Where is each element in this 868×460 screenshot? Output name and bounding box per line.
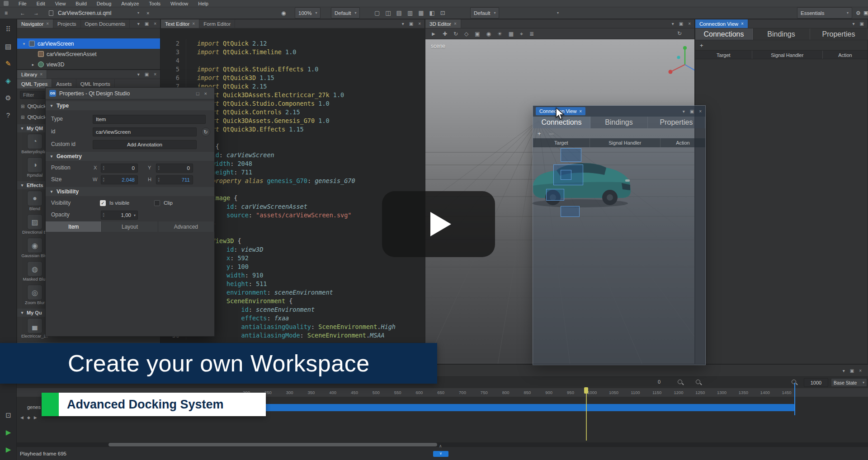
- close-icon[interactable]: ×: [579, 109, 582, 114]
- refresh-icon[interactable]: ↻: [677, 30, 682, 37]
- panel-float-icon[interactable]: ▣: [850, 368, 854, 373]
- navigator-item-carViewScreenAsset[interactable]: carViewScreenAsset: [17, 49, 160, 59]
- style-combo[interactable]: Default▾: [331, 7, 360, 19]
- grid-layout-icon[interactable]: ▦: [418, 9, 424, 16]
- next-keyframe-icon[interactable]: ▶: [34, 415, 37, 420]
- is-visible-checkbox[interactable]: ✓: [100, 200, 106, 206]
- selection-box[interactable]: [561, 170, 571, 180]
- perspective-combo[interactable]: Essentials▾: [797, 7, 852, 19]
- theme-combo[interactable]: Default▾: [470, 7, 499, 19]
- menu-analyze[interactable]: Analyze: [121, 1, 139, 6]
- timeline-duration-bar[interactable]: [253, 404, 795, 411]
- menu-file[interactable]: File: [19, 1, 27, 6]
- width-spinbox[interactable]: ∧∨2.048: [101, 175, 138, 184]
- zoom-fit-icon[interactable]: [792, 380, 796, 384]
- panel-dropdown-icon[interactable]: ▾: [137, 21, 140, 26]
- tab-3d-editor[interactable]: 3D Editor×: [425, 19, 461, 28]
- welcome-mode-icon[interactable]: ⠿: [6, 25, 11, 33]
- rotate-tool-icon[interactable]: ↻: [453, 31, 458, 37]
- code-line[interactable]: 3import QtQuick.Timeline 1.0: [161, 48, 425, 56]
- tab-bindings[interactable]: Bindings: [753, 28, 810, 40]
- kit-monitor-icon[interactable]: ⊡: [5, 411, 11, 419]
- feedback-icon[interactable]: ▣: [863, 7, 868, 19]
- screen-icon[interactable]: ⊡: [440, 9, 445, 16]
- remove-connection-button[interactable]: —: [549, 131, 554, 136]
- tab-bindings[interactable]: Bindings: [590, 117, 648, 128]
- type-section-header[interactable]: ▾Type: [46, 101, 214, 110]
- light-icon[interactable]: ☀: [497, 31, 502, 37]
- panel-close-icon[interactable]: ×: [859, 368, 862, 373]
- menu-help[interactable]: Help: [198, 1, 208, 6]
- extra-dropdown-icon[interactable]: ▾: [557, 7, 559, 19]
- clip-checkbox[interactable]: [154, 200, 160, 206]
- navigator-item-carViewScreen[interactable]: ▾carViewScreen: [17, 38, 160, 49]
- properties-dialog-titlebar[interactable]: DS Properties - Qt Design Studio □×: [46, 88, 214, 99]
- split-view-icon[interactable]: ◫: [385, 9, 391, 16]
- panel-float-icon[interactable]: ▣: [690, 109, 694, 114]
- select-tool-icon[interactable]: ►: [431, 31, 436, 37]
- close-document-icon[interactable]: ×: [146, 7, 149, 19]
- run-button[interactable]: ▶: [6, 428, 11, 437]
- edit-mode-icon[interactable]: ▤: [5, 42, 11, 51]
- panel-close-icon[interactable]: ×: [688, 21, 691, 26]
- id-input[interactable]: carViewScreen: [93, 127, 197, 136]
- tab-projects[interactable]: Projects: [53, 19, 81, 28]
- tab-properties[interactable]: Properties: [810, 28, 868, 40]
- sidebar-toggle-icon[interactable]: ≡: [5, 7, 8, 19]
- menu-view[interactable]: View: [55, 1, 66, 6]
- navigator-item-view3D[interactable]: ▸view3D: [17, 59, 160, 70]
- tools-mode-icon[interactable]: ⚙: [5, 94, 11, 102]
- properties-dialog[interactable]: DS Properties - Qt Design Studio □× ▾Typ…: [45, 87, 215, 337]
- close-icon[interactable]: ×: [204, 91, 207, 96]
- workspace-icon[interactable]: ▢: [374, 9, 380, 16]
- panel-dropdown-icon[interactable]: ▾: [137, 72, 140, 77]
- opacity-spinbox[interactable]: ∧∨1,00▾: [101, 211, 138, 220]
- panel-close-icon[interactable]: ×: [418, 21, 421, 26]
- maximize-icon[interactable]: □: [196, 91, 199, 96]
- state-combo[interactable]: Base State▾: [831, 378, 867, 387]
- selection-box[interactable]: [546, 189, 564, 201]
- menu-window[interactable]: Window: [170, 1, 188, 6]
- selection-box[interactable]: [561, 148, 581, 162]
- panel-close-icon[interactable]: ×: [154, 72, 156, 77]
- visibility-section-header[interactable]: ▾Visibility: [46, 187, 214, 196]
- timeline-end-frame-input[interactable]: 1000: [804, 378, 828, 387]
- panel-dropdown-icon[interactable]: ▾: [683, 109, 685, 114]
- code-line[interactable]: 5import QtQuick.Studio.Effects 1.0: [161, 65, 425, 74]
- zoom-in-icon[interactable]: [696, 380, 700, 384]
- tab-item[interactable]: Item: [46, 221, 102, 232]
- zoom-combo[interactable]: 100%▾: [295, 7, 321, 19]
- panel-float-icon[interactable]: ▣: [145, 72, 149, 77]
- tab-library[interactable]: Library×: [17, 70, 47, 79]
- panel-float-icon[interactable]: ▣: [679, 21, 683, 26]
- geometry-section-header[interactable]: ▾Geometry: [46, 152, 214, 161]
- zoom-out-icon[interactable]: [678, 380, 682, 384]
- keyframe-icon[interactable]: ◆: [27, 415, 30, 420]
- tab-navigator[interactable]: Navigator×: [17, 19, 53, 28]
- panel-dropdown-icon[interactable]: ▾: [402, 21, 404, 26]
- tab-form-editor[interactable]: Form Editor: [199, 19, 235, 28]
- panel-close-icon[interactable]: ×: [154, 21, 156, 26]
- menu-build[interactable]: Build: [75, 1, 86, 6]
- add-annotation-button[interactable]: Add Annotation: [93, 140, 197, 149]
- scale-tool-icon[interactable]: ◇: [464, 31, 468, 37]
- floating-connection-view-panel[interactable]: Connection View× ▾▣× ConnectionsBindings…: [533, 105, 706, 365]
- rows-layout-icon[interactable]: ▤: [396, 9, 402, 16]
- reset-binding-icon[interactable]: ↻: [201, 127, 210, 136]
- timeline-scrollbar-thumb[interactable]: [108, 443, 437, 446]
- tab-layout[interactable]: Layout: [102, 221, 158, 232]
- design-mode-icon[interactable]: ✎: [5, 60, 11, 68]
- settings-gear-icon[interactable]: ⚙: [856, 7, 861, 19]
- add-connection-button[interactable]: +: [700, 42, 703, 49]
- list-icon[interactable]: ≣: [529, 31, 534, 37]
- tab-text-editor[interactable]: Text Editor×: [161, 19, 199, 28]
- columns-layout-icon[interactable]: ▥: [407, 9, 413, 16]
- frame-icon[interactable]: ◧: [429, 9, 434, 16]
- selection-box[interactable]: [561, 206, 580, 217]
- prev-keyframe-icon[interactable]: ◀: [20, 415, 24, 420]
- forward-icon[interactable]: →: [33, 7, 39, 19]
- snap-icon[interactable]: ▣: [475, 31, 480, 37]
- panel-dropdown-icon[interactable]: ▾: [672, 21, 674, 26]
- y-spinbox[interactable]: ∧∨0: [156, 164, 193, 173]
- height-spinbox[interactable]: ∧∨711: [156, 175, 193, 184]
